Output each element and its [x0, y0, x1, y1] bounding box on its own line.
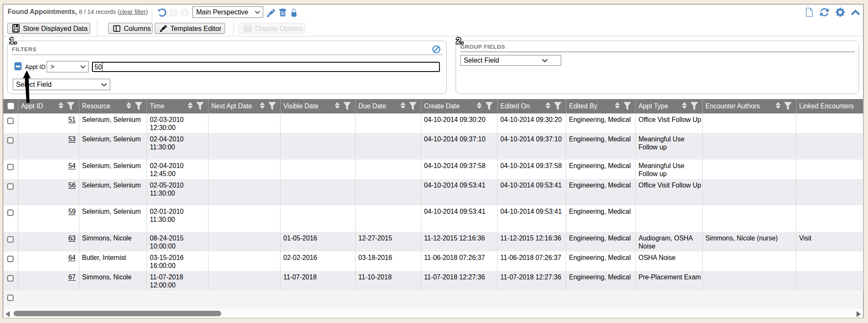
svg-text:2.: 2.: [456, 36, 464, 45]
svg-text:1.: 1.: [9, 36, 17, 45]
